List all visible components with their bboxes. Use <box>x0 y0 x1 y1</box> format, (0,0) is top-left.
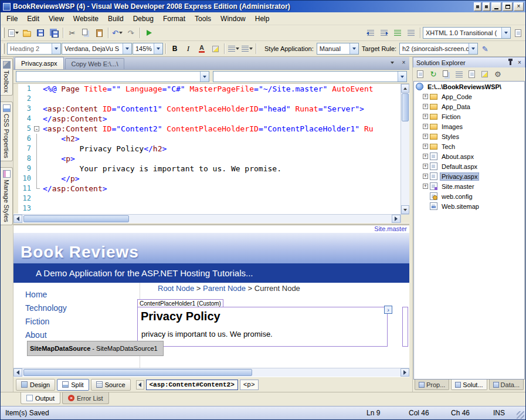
breadcrumb-link[interactable]: Parent Node <box>203 284 246 293</box>
alignment-button[interactable] <box>227 42 240 55</box>
tree-item[interactable]: +Privacy.aspx <box>414 171 524 181</box>
site-subtitle-banner[interactable]: A Demo Application for the ASP.NET Hosti… <box>13 263 409 283</box>
design-horizontal-scrollbar[interactable] <box>13 368 409 377</box>
content-placeholder-region[interactable]: Privacy Policy privacy is important to u… <box>137 307 388 347</box>
scroll-down-button[interactable] <box>401 205 409 214</box>
new-style-button[interactable]: ✎ <box>479 42 491 55</box>
copy-website-button[interactable] <box>441 69 452 80</box>
redo-button[interactable]: ↷ <box>124 26 137 39</box>
tree-item[interactable]: +App_Data <box>414 101 524 111</box>
scrollbar-track[interactable] <box>22 368 401 377</box>
design-view-button[interactable]: Design <box>16 379 55 391</box>
scroll-right-button[interactable] <box>392 215 401 223</box>
tool-window-title-bar[interactable]: Solution Explorer × <box>413 57 525 67</box>
expander-icon[interactable]: + <box>423 94 428 99</box>
tree-item[interactable]: +Tech <box>414 141 524 151</box>
nav-link-technology[interactable]: Technology <box>25 303 67 313</box>
aspnet-configuration-button[interactable]: ⚙ <box>493 69 503 80</box>
client-objects-combo[interactable] <box>16 71 209 82</box>
code-line[interactable]: 12 <box>13 194 401 204</box>
menu-item-edit[interactable]: Edit <box>22 13 44 24</box>
tree-item[interactable]: +Fiction <box>414 111 524 121</box>
title-extra-button[interactable] <box>474 2 481 11</box>
document-tab[interactable]: Privacy.aspx <box>15 57 64 69</box>
minimize-button[interactable] <box>491 2 501 11</box>
code-line[interactable]: 6 <h2> <box>13 134 401 144</box>
code-line[interactable]: 10 </p> <box>13 174 401 184</box>
code-line[interactable]: 5-<asp:Content ID="Content2" ContentPlac… <box>13 124 401 134</box>
error-list-tab[interactable]: ×Error List <box>62 392 109 404</box>
tree-item[interactable]: Web.sitemap <box>414 201 524 211</box>
fold-margin[interactable]: - <box>33 124 41 134</box>
smart-tag-button[interactable]: › <box>384 306 392 314</box>
close-panel-button[interactable]: × <box>515 59 524 66</box>
code-text[interactable]: Privacy Policy</h2> <box>41 144 167 154</box>
tree-item[interactable]: web.config <box>414 191 524 201</box>
code-text[interactable] <box>41 194 43 204</box>
refresh-button[interactable]: ↻ <box>428 69 439 80</box>
master-page-label[interactable]: Site.master <box>374 225 407 232</box>
code-text[interactable]: </p> <box>41 174 80 184</box>
nest-related-files-button[interactable] <box>454 69 464 80</box>
add-new-item-button[interactable] <box>7 26 20 39</box>
tree-item[interactable]: +Default.aspx <box>414 161 524 171</box>
menu-item-help[interactable]: Help <box>250 13 274 24</box>
scroll-up-button[interactable] <box>401 84 409 93</box>
highlight-button[interactable] <box>209 42 222 55</box>
expander-icon[interactable]: + <box>423 174 428 179</box>
left-tab-styles[interactable]: Manage Styles <box>1 167 13 225</box>
content-placeholder-label[interactable]: ContentPlaceHolder1 (Custom) <box>137 299 223 307</box>
code-lines[interactable]: 1<%@ Page Title="" Language="C#" MasterP… <box>13 84 401 214</box>
auto-hide-pin-button[interactable] <box>506 59 514 66</box>
menu-item-format[interactable]: Format <box>158 13 190 24</box>
paste-button[interactable] <box>93 26 106 39</box>
style-sheet-button[interactable] <box>511 26 524 39</box>
design-view[interactable]: Site.master Book Reviews A Demo Applicat… <box>13 225 409 368</box>
expander-icon[interactable]: + <box>423 184 428 189</box>
combo-arrow-icon[interactable] <box>123 43 131 54</box>
title-extra-button-2[interactable] <box>483 2 490 11</box>
tag-navigator-back-button[interactable] <box>136 380 144 389</box>
tool-window-tab[interactable]: Solut... <box>451 380 487 390</box>
view-designer-button[interactable] <box>480 69 490 80</box>
bold-button[interactable]: B <box>168 42 181 55</box>
tag-navigator-item[interactable]: <asp:Content#Content2> <box>146 380 238 390</box>
nav-link-home[interactable]: Home <box>25 290 67 299</box>
expander-icon[interactable]: + <box>423 154 428 159</box>
decrease-indent-button[interactable] <box>364 26 377 39</box>
tree-item[interactable]: +App_Code <box>414 92 524 101</box>
left-tab-cssprops[interactable]: CSS Properties <box>1 101 13 161</box>
code-text[interactable]: Your privacy is important to us. We prom… <box>41 164 281 174</box>
code-text[interactable] <box>41 204 43 214</box>
scrollbar-thumb[interactable] <box>23 215 129 222</box>
breadcrumb-link[interactable]: Root Node <box>158 284 194 293</box>
code-line[interactable]: 9 Your privacy is important to us. We pr… <box>13 164 401 174</box>
code-line[interactable]: 3<asp:Content ID="Content1" ContentPlace… <box>13 104 401 114</box>
font-family-combo[interactable]: Verdana, DejaVu S <box>62 43 132 55</box>
combo-arrow-icon[interactable] <box>469 43 477 54</box>
code-line[interactable]: 13 <box>13 204 401 214</box>
document-tab[interactable]: Copy Web E:\...\ <box>65 58 125 69</box>
combo-arrow-icon[interactable] <box>154 43 162 54</box>
combo-arrow-icon[interactable] <box>52 43 60 54</box>
font-size-combo[interactable]: 145% <box>133 43 163 55</box>
menu-item-file[interactable]: File <box>2 13 22 24</box>
code-text[interactable] <box>41 94 43 104</box>
expander-icon[interactable]: + <box>423 124 428 129</box>
editor-horizontal-scrollbar[interactable] <box>13 214 409 223</box>
combo-arrow-icon[interactable] <box>398 72 406 82</box>
save-button[interactable] <box>34 26 47 39</box>
scroll-right-button[interactable] <box>401 368 409 377</box>
placeholder-edge-region[interactable] <box>402 307 408 347</box>
tree-root-item[interactable]: E:\...\BookReviewsWSP\ <box>414 82 524 92</box>
comment-button[interactable] <box>391 26 404 39</box>
cut-button[interactable]: ✂ <box>66 26 79 39</box>
menu-item-debug[interactable]: Debug <box>128 13 158 24</box>
expander-icon[interactable]: + <box>423 114 428 119</box>
copy-button[interactable] <box>79 26 92 39</box>
tree-item[interactable]: +About.aspx <box>414 151 524 161</box>
uncomment-button[interactable] <box>405 26 418 39</box>
source-editor[interactable]: 1<%@ Page Title="" Language="C#" MasterP… <box>13 84 409 214</box>
tree-item[interactable]: +Site.master <box>414 181 524 191</box>
content-paragraph[interactable]: privacy is important to us. We promise. <box>141 330 387 338</box>
